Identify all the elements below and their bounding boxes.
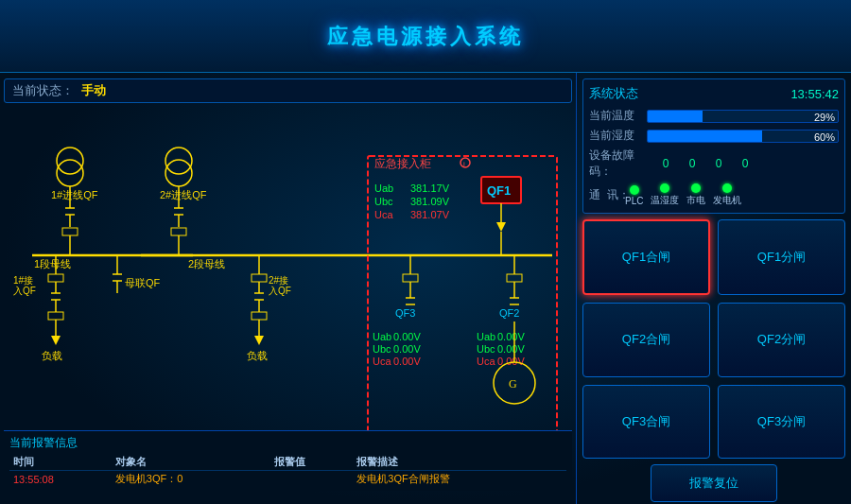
svg-text:1#进线QF: 1#进线QF [51,189,98,200]
svg-marker-37 [51,336,61,345]
svg-text:2#接: 2#接 [269,275,288,286]
humidity-row: 当前湿度 60% [589,128,839,144]
temp-label: 当前温度 [589,108,641,124]
alarm-col-desc: 报警描述 [353,454,566,471]
qf1-close-button[interactable]: QF1合闸 [582,219,710,295]
main-layout: 当前状态： 手动 1#进线QF [0,73,851,504]
comm-mains-label: 市电 [686,194,705,207]
svg-text:应急接入柜: 应急接入柜 [374,157,431,170]
svg-text:负载: 负载 [247,350,268,361]
humidity-progress-bg: 60% [647,130,839,143]
comm-temp-indicator [660,183,669,193]
svg-text:负载: 负载 [42,350,62,361]
sys-status-box: 系统状态 13:55:42 当前温度 29% 当前湿度 60% [582,78,845,214]
alarm-col-obj: 对象名 [112,454,271,471]
comm-mains: 市电 [686,183,705,207]
svg-rect-47 [252,312,267,320]
svg-text:Ubc: Ubc [477,343,495,355]
svg-rect-35 [48,312,63,320]
comm-plc-label: PLC [625,196,643,206]
svg-text:0.00V: 0.00V [393,343,421,355]
svg-point-60 [460,158,470,167]
svg-rect-28 [48,274,63,282]
schematic-panel: 当前状态： 手动 1#进线QF [0,73,577,504]
alarm-section: 当前报警信息 时间 对象名 报警值 报警描述 13:55:08 发电机3QF：0 [4,430,572,491]
fault-val-0: 0 [654,157,677,170]
status-bar: 当前状态： 手动 [4,78,572,103]
svg-text:Uab: Uab [374,182,393,194]
schematic-svg: 1#进线QF 1段母线 2#进线QF [4,109,562,430]
svg-text:1#接: 1#接 [13,275,33,286]
qf2-open-button[interactable]: QF2分闸 [718,303,845,376]
qf3-open-button[interactable]: QF3分闸 [718,385,845,459]
svg-text:母联QF: 母联QF [125,277,161,288]
qf2-close-button[interactable]: QF2合闸 [582,303,710,376]
alarm-desc: 发电机3QF合闸报警 [353,471,566,488]
svg-rect-40 [252,274,267,282]
svg-text:Uca: Uca [477,356,495,367]
svg-text:0.00V: 0.00V [497,343,525,355]
svg-text:Uab: Uab [477,331,495,342]
svg-marker-63 [496,222,506,232]
fault-label: 设备故障码： [589,148,651,180]
svg-text:QF1: QF1 [487,183,511,198]
svg-rect-67 [403,274,418,282]
fault-val-3: 0 [734,157,756,170]
system-time: 13:55:42 [790,87,839,101]
temp-row: 当前温度 29% [589,108,839,124]
alarm-col-val: 报警值 [270,454,353,471]
svg-text:381.09V: 381.09V [410,196,450,207]
comm-temp: 温湿度 [651,183,679,207]
svg-point-0 [57,148,83,174]
schematic-area: 1#进线QF 1段母线 2#进线QF [4,109,572,430]
comm-temp-label: 温湿度 [651,194,679,207]
svg-text:Uca: Uca [373,356,391,367]
title-bar: 应急电源接入系统 [0,0,851,73]
comm-gen: 发电机 [713,183,741,207]
alarm-row: 13:55:08 发电机3QF：0 发电机3QF合闸报警 [9,471,566,488]
svg-text:0.00V: 0.00V [393,331,421,342]
svg-text:入QF: 入QF [13,286,36,296]
status-value: 手动 [81,82,106,99]
alarm-time: 13:55:08 [9,471,112,488]
right-panel: 系统状态 13:55:42 当前温度 29% 当前湿度 60% [577,73,851,504]
svg-text:0.00V: 0.00V [497,356,525,367]
svg-text:Uca: Uca [374,209,393,220]
page-title: 应急电源接入系统 [0,23,851,51]
alarm-reset-button[interactable]: 报警复位 [651,464,777,502]
alarm-val [270,471,353,488]
temp-percent: 29% [814,111,835,123]
comm-gen-indicator [722,183,732,193]
svg-text:2#进线QF: 2#进线QF [160,189,207,200]
comm-plc: PLC [625,185,643,206]
svg-text:G: G [509,377,517,391]
sys-status-title: 系统状态 [589,85,638,102]
svg-point-12 [165,160,192,186]
status-label: 当前状态： [12,82,74,99]
svg-text:0.00V: 0.00V [497,331,525,342]
svg-text:Uab: Uab [373,331,391,342]
reset-btn-row: 报警复位 [582,464,845,502]
svg-text:Ubc: Ubc [374,196,393,207]
alarm-col-time: 时间 [9,454,112,471]
svg-rect-18 [171,228,186,235]
comm-gen-label: 发电机 [713,194,741,207]
humidity-label: 当前湿度 [589,128,641,144]
svg-text:QF2: QF2 [499,307,519,319]
svg-text:Ubc: Ubc [373,343,391,355]
sys-status-header: 系统状态 13:55:42 [589,85,839,102]
comm-plc-indicator [630,185,639,195]
alarm-table: 时间 对象名 报警值 报警描述 13:55:08 发电机3QF：0 发电机3QF… [9,454,566,487]
svg-text:2段母线: 2段母线 [188,258,225,269]
qf3-close-button[interactable]: QF3合闸 [582,385,710,459]
qf1-open-button[interactable]: QF1分闸 [718,219,845,295]
fault-row: 设备故障码： 0 0 0 0 [589,148,839,180]
humidity-percent: 60% [814,130,835,143]
svg-text:入QF: 入QF [269,286,291,296]
fault-val-1: 0 [681,157,703,170]
svg-text:i: i [463,160,465,168]
comm-mains-indicator [691,183,701,193]
comm-label: 通 讯： [589,187,617,203]
svg-rect-7 [62,228,78,235]
alarm-obj: 发电机3QF：0 [112,471,271,488]
